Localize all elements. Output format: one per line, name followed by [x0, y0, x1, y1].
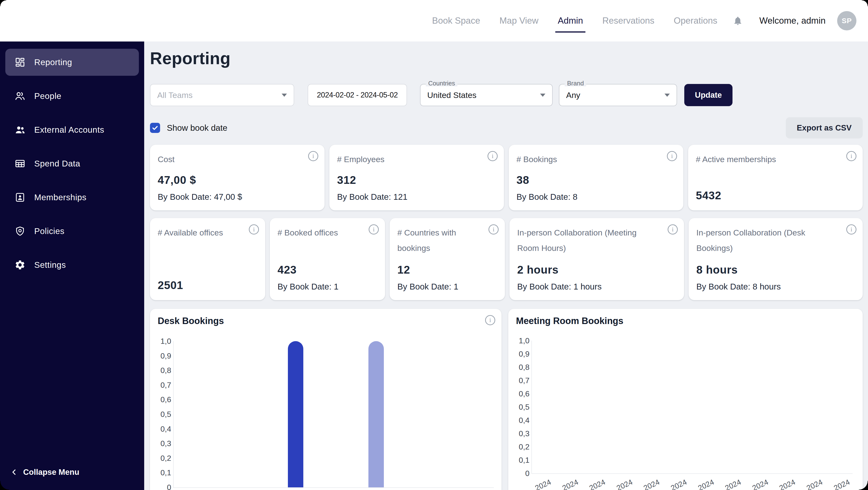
- y-axis-tick-label: 1,0: [150, 336, 171, 346]
- info-icon[interactable]: i: [369, 224, 379, 234]
- metric-card-bookings: # Bookingsi38By Book Date: 8: [509, 145, 683, 210]
- brand-select-value: Any: [566, 90, 580, 100]
- sidebar-item-external-accounts[interactable]: External Accounts: [5, 116, 139, 143]
- metric-value: 423: [278, 262, 377, 277]
- nav-item-reservations[interactable]: Reservations: [602, 16, 654, 26]
- nav-item-map-view[interactable]: Map View: [500, 16, 539, 26]
- y-axis-tick-label: 0,5: [508, 402, 529, 412]
- metric-value: 2 hours: [517, 262, 676, 277]
- sidebar-item-settings[interactable]: Settings: [5, 251, 139, 279]
- y-axis-tick-label: 0,9: [150, 351, 171, 361]
- dashboard-icon: [14, 57, 26, 68]
- y-axis-tick-label: 0,6: [508, 389, 529, 399]
- metric-title: # Employees: [337, 151, 496, 167]
- metric-value: 38: [517, 173, 676, 187]
- sidebar-item-label: Spend Data: [34, 159, 80, 168]
- sidebar-item-label: Memberships: [34, 193, 87, 202]
- metric-value: 312: [337, 173, 496, 187]
- update-button[interactable]: Update: [684, 84, 733, 106]
- brand-select[interactable]: Brand Any: [559, 84, 677, 106]
- metric-byline: By Book Date: 1 hours: [517, 281, 676, 292]
- gear-icon: [14, 259, 26, 270]
- info-icon[interactable]: i: [489, 224, 499, 234]
- x-axis-tick-label: 2024: [691, 478, 715, 490]
- metric-value: 47,00 $: [158, 173, 317, 187]
- nav-item-admin[interactable]: Admin: [558, 16, 583, 26]
- sidebar-item-memberships[interactable]: Memberships: [5, 184, 139, 211]
- countries-select-label: Countries: [426, 80, 457, 86]
- metric-card-booked-offices: # Booked officesi423By Book Date: 1: [270, 218, 385, 300]
- info-icon[interactable]: i: [308, 151, 318, 161]
- x-axis-tick-label: 2024: [799, 478, 824, 490]
- brand-select-label: Brand: [565, 80, 586, 86]
- charts-row: Desk Bookings i 1,00,90,80,70,60,50,40,3…: [150, 309, 863, 490]
- info-icon[interactable]: i: [846, 151, 857, 161]
- x-axis-line: [173, 487, 494, 488]
- metric-byline: By Book Date: 1: [397, 281, 497, 292]
- y-axis-tick-label: 1,0: [508, 336, 529, 345]
- shield-icon: [14, 226, 26, 237]
- avatar[interactable]: SP: [837, 11, 857, 30]
- info-icon[interactable]: i: [846, 224, 857, 234]
- metric-card-employees: # Employeesi312By Book Date: 121: [329, 145, 504, 210]
- teams-select-placeholder: All Teams: [157, 90, 193, 100]
- metric-value: 5432: [696, 188, 855, 203]
- metric-title: # Active memberships: [696, 151, 855, 167]
- y-axis-tick-label: 0,3: [508, 429, 529, 438]
- screen-corner-artifact: [0, 0, 6, 6]
- x-axis-tick-label: 2024: [663, 478, 688, 490]
- screen-corner-artifact: [0, 481, 9, 490]
- info-icon[interactable]: i: [668, 224, 678, 234]
- y-axis-line: [173, 341, 174, 487]
- sidebar-item-reporting[interactable]: Reporting: [5, 49, 139, 76]
- y-axis-tick-label: 0,8: [508, 363, 529, 372]
- sidebar-item-spend-data[interactable]: Spend Data: [5, 150, 139, 177]
- metric-title: In-person Collaboration (Desk Bookings): [696, 225, 855, 256]
- y-axis-tick-label: 0,9: [508, 349, 529, 359]
- info-icon[interactable]: i: [667, 151, 677, 161]
- x-axis-tick-label: 2024: [528, 478, 552, 490]
- x-axis-tick-label: 2024: [745, 478, 770, 490]
- y-axis-line: [531, 341, 532, 473]
- filter-row: All Teams 2024-02-02 - 2024-05-02 Countr…: [150, 84, 863, 106]
- countries-select[interactable]: Countries United States: [420, 84, 553, 106]
- info-icon[interactable]: i: [488, 151, 498, 161]
- metric-title: In-person Collaboration (Meeting Room Ho…: [517, 225, 676, 256]
- info-icon[interactable]: i: [485, 315, 495, 325]
- show-book-date-checkbox[interactable]: [150, 123, 160, 133]
- sidebar-item-label: People: [34, 91, 61, 101]
- sidebar: ReportingPeopleExternal AccountsSpend Da…: [0, 41, 144, 490]
- welcome-text: Welcome, admin: [759, 16, 826, 26]
- membership-card-icon: [14, 192, 26, 203]
- nav-item-operations[interactable]: Operations: [674, 16, 717, 26]
- chart-title: Meeting Room Bookings: [516, 315, 623, 327]
- x-axis-tick-label: 2024: [772, 478, 797, 490]
- chevron-down-icon: [664, 94, 670, 97]
- x-axis-tick-label: 2024: [827, 478, 851, 490]
- export-csv-button[interactable]: Export as CSV: [786, 117, 863, 139]
- metric-card-countries-with-bookings: # Countries with bookingsi12By Book Date…: [390, 218, 505, 300]
- sidebar-item-people[interactable]: People: [5, 83, 139, 110]
- main-content: Reporting All Teams 2024-02-02 - 2024-05…: [144, 41, 868, 490]
- y-axis-tick-label: 0,3: [150, 439, 171, 448]
- notifications-bell-icon[interactable]: [733, 16, 743, 26]
- metric-byline: By Book Date: 8 hours: [696, 281, 855, 292]
- teams-select[interactable]: All Teams: [150, 84, 294, 106]
- info-icon[interactable]: i: [249, 224, 259, 234]
- sidebar-item-policies[interactable]: Policies: [5, 218, 139, 244]
- nav-item-book-space[interactable]: Book Space: [432, 16, 480, 26]
- y-axis-tick-label: 0,2: [150, 453, 171, 463]
- metric-cards-row-2: # Available officesi2501# Booked offices…: [150, 218, 863, 300]
- y-axis-tick-label: 0,4: [150, 424, 171, 434]
- y-axis-tick-label: 0,5: [150, 409, 171, 419]
- metric-value: 12: [397, 262, 497, 277]
- collapse-menu-label: Collapse Menu: [23, 467, 79, 477]
- metric-card-in-person-collaboration-desk-bookings: In-person Collaboration (Desk Bookings)i…: [689, 218, 863, 300]
- users-filled-icon: [14, 124, 26, 135]
- table-icon: [14, 158, 26, 169]
- y-axis-tick-label: 0,1: [508, 455, 529, 465]
- screen-corner-artifact: [862, 0, 868, 6]
- metric-value: 2501: [158, 278, 257, 292]
- date-range-input[interactable]: 2024-02-02 - 2024-05-02: [308, 84, 407, 106]
- collapse-menu-button[interactable]: Collapse Menu: [10, 467, 79, 477]
